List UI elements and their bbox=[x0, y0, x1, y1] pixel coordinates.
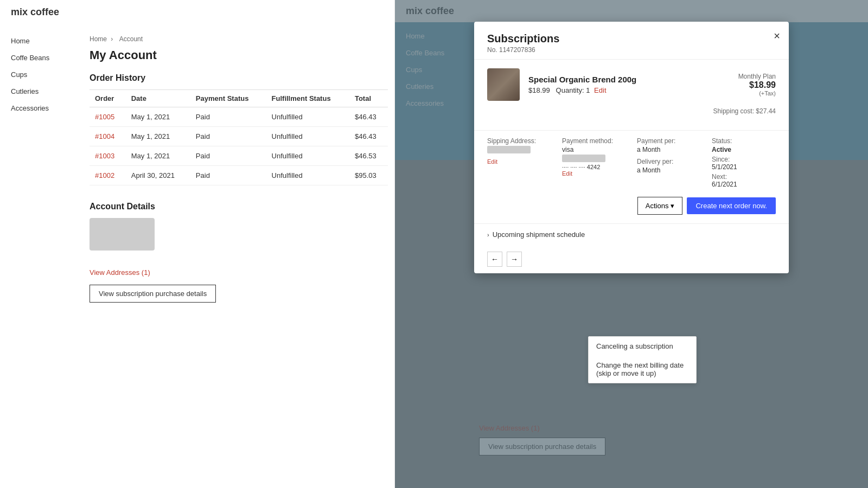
shipping-address-col: Sipping Address: Edit bbox=[487, 137, 551, 165]
payment-method-value: visa bbox=[562, 146, 626, 153]
breadcrumb-separator: › bbox=[111, 35, 113, 43]
upcoming-shipment-link[interactable]: › Upcoming shipment schedule bbox=[487, 230, 776, 239]
actions-button[interactable]: Actions ▾ bbox=[637, 197, 683, 215]
order-payment-status: Paid bbox=[190, 146, 266, 166]
shipping-cost: Shipping cost: $27.44 bbox=[487, 107, 776, 115]
order-link[interactable]: #1002 bbox=[95, 171, 114, 179]
payment-card-blurred bbox=[562, 155, 605, 162]
shipment-row: › Upcoming shipment schedule bbox=[474, 223, 789, 245]
order-date: April 30, 2021 bbox=[126, 166, 190, 185]
sidebar: Home Coffe Beans Cups Cutleries Accessor… bbox=[0, 27, 79, 122]
order-link[interactable]: #1003 bbox=[95, 152, 114, 160]
order-table: Order Date Payment Status Fulfillment St… bbox=[90, 89, 388, 185]
delivery-per-label: Delivery per: bbox=[637, 158, 701, 165]
order-date: May 1, 2021 bbox=[126, 107, 190, 127]
table-row: #1003 May 1, 2021 Paid Unfulfilled $46.5… bbox=[90, 146, 388, 166]
view-addresses-link[interactable]: View Addresses (1) bbox=[90, 268, 388, 277]
col-payment-status: Payment Status bbox=[190, 90, 266, 107]
prev-arrow-icon: ← bbox=[491, 255, 499, 264]
modal-header: Subscriptions No. 1147207836 × bbox=[474, 22, 789, 60]
plan-price: $18.99 bbox=[738, 80, 776, 90]
table-row: #1002 April 30, 2021 Paid Unfulfilled $9… bbox=[90, 166, 388, 185]
payment-card-number: ···· ···· ···· 4242 bbox=[562, 164, 626, 170]
since-label: Since: bbox=[712, 156, 776, 163]
view-subscription-button[interactable]: View subscription purchase details bbox=[90, 285, 216, 303]
order-fulfillment-status: Unfulfilled bbox=[266, 146, 349, 166]
order-payment-status: Paid bbox=[190, 127, 266, 146]
order-fulfillment-status: Unfulfilled bbox=[266, 107, 349, 127]
dropdown-cancel-subscription[interactable]: Canceling a subscription bbox=[589, 337, 696, 356]
shipping-address-edit[interactable]: Edit bbox=[487, 158, 551, 165]
payment-per-label: Payment per: bbox=[637, 137, 701, 145]
delivery-per-value: a Month bbox=[637, 166, 701, 174]
sidebar-item-accessories[interactable]: Accessories bbox=[0, 100, 79, 117]
col-order: Order bbox=[90, 90, 126, 107]
payment-per-value: a Month bbox=[637, 146, 701, 153]
next-label: Next: bbox=[712, 173, 776, 181]
dropdown-change-billing[interactable]: Change the next billing date (skip or mo… bbox=[589, 356, 696, 383]
modal-close-button[interactable]: × bbox=[774, 30, 780, 41]
status-label: Status: bbox=[712, 137, 776, 145]
product-name: Special Organic Brend 200g bbox=[528, 75, 738, 84]
payment-method-edit[interactable]: Edit bbox=[562, 170, 626, 177]
col-total: Total bbox=[349, 90, 388, 107]
order-total: $46.53 bbox=[349, 146, 388, 166]
payment-method-label: Payment method: bbox=[562, 137, 626, 145]
order-total: $46.43 bbox=[349, 127, 388, 146]
order-link[interactable]: #1004 bbox=[95, 132, 114, 140]
left-panel: mix coffee Home Coffe Beans Cups Cutleri… bbox=[0, 0, 395, 488]
subscription-card: Special Organic Brend 200g $18.99 Quanti… bbox=[474, 60, 789, 131]
breadcrumb: Home › Account bbox=[90, 35, 388, 43]
payment-per-col: Payment per: a Month Delivery per: a Mon… bbox=[637, 137, 701, 174]
shipping-address-label: Sipping Address: bbox=[487, 137, 551, 145]
subscriptions-modal: Subscriptions No. 1147207836 × Special O… bbox=[474, 22, 789, 273]
prev-arrow-button[interactable]: ← bbox=[487, 252, 502, 267]
sidebar-item-home[interactable]: Home bbox=[0, 33, 79, 49]
product-quantity: Quantity: 1 bbox=[556, 86, 590, 94]
order-fulfillment-status: Unfulfilled bbox=[266, 166, 349, 185]
breadcrumb-current: Account bbox=[119, 35, 143, 43]
col-fulfillment-status: Fulfillment Status bbox=[266, 90, 349, 107]
order-payment-status: Paid bbox=[190, 166, 266, 185]
order-total: $46.43 bbox=[349, 107, 388, 127]
sidebar-item-cutleries[interactable]: Cutleries bbox=[0, 83, 79, 100]
next-value: 6/1/2021 bbox=[712, 181, 776, 188]
plan-info: Monthly Plan $18.99 (+Tax) bbox=[738, 73, 776, 97]
create-order-button[interactable]: Create next order now. bbox=[687, 197, 776, 214]
avatar bbox=[90, 218, 155, 251]
sidebar-item-cups[interactable]: Cups bbox=[0, 66, 79, 83]
main-content: Home › Account My Account Order History … bbox=[84, 27, 393, 311]
modal-overlay: Subscriptions No. 1147207836 × Special O… bbox=[395, 0, 868, 488]
product-edit-link[interactable]: Edit bbox=[594, 86, 606, 94]
col-date: Date bbox=[126, 90, 190, 107]
since-value: 5/1/2021 bbox=[712, 163, 776, 171]
plan-label: Monthly Plan bbox=[738, 73, 776, 80]
product-price: $18.99 bbox=[528, 86, 550, 94]
order-date: May 1, 2021 bbox=[126, 127, 190, 146]
order-payment-status: Paid bbox=[190, 107, 266, 127]
actions-dropdown: Canceling a subscription Change the next… bbox=[588, 336, 697, 383]
nav-arrows: ← → bbox=[474, 245, 789, 273]
details-section: Sipping Address: Edit Payment method: vi… bbox=[474, 131, 789, 188]
actions-row: Actions ▾ Create next order now. bbox=[474, 197, 789, 223]
payment-method-col: Payment method: visa ···· ···· ···· 4242… bbox=[562, 137, 626, 177]
shipping-address-value bbox=[487, 146, 531, 153]
product-info: Special Organic Brend 200g $18.99 Quanti… bbox=[528, 75, 738, 94]
modal-title: Subscriptions bbox=[487, 33, 776, 45]
plan-tax: (+Tax) bbox=[738, 90, 776, 97]
upcoming-shipment-label: Upcoming shipment schedule bbox=[493, 230, 585, 239]
sidebar-item-coffee-beans[interactable]: Coffe Beans bbox=[0, 49, 79, 66]
next-arrow-button[interactable]: → bbox=[507, 252, 522, 267]
chevron-right-icon: › bbox=[487, 232, 489, 238]
product-image bbox=[487, 68, 520, 101]
modal-subtitle: No. 1147207836 bbox=[487, 46, 776, 54]
order-fulfillment-status: Unfulfilled bbox=[266, 127, 349, 146]
order-history-title: Order History bbox=[90, 73, 388, 83]
logo: mix coffee bbox=[0, 0, 394, 24]
table-row: #1004 May 1, 2021 Paid Unfulfilled $46.4… bbox=[90, 127, 388, 146]
product-row: Special Organic Brend 200g $18.99 Quanti… bbox=[487, 68, 776, 101]
breadcrumb-home[interactable]: Home bbox=[90, 35, 107, 43]
account-details bbox=[90, 218, 388, 258]
order-link[interactable]: #1005 bbox=[95, 113, 114, 121]
product-price-row: $18.99 Quantity: 1 Edit bbox=[528, 86, 738, 94]
